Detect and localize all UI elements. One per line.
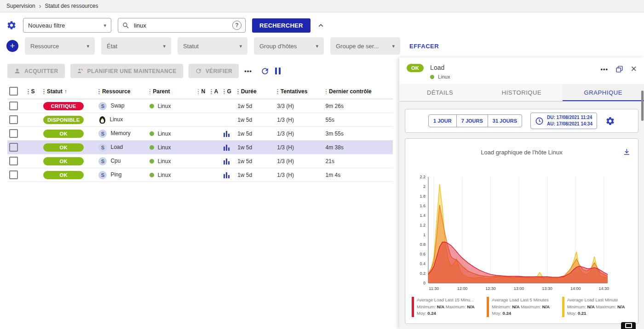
panel-scrollbar[interactable] bbox=[641, 91, 644, 121]
chevron-down-icon: ▾ bbox=[239, 43, 242, 49]
load-chart[interactable]: 00.20.40.60.811.21.41.61.822.211:3012:00… bbox=[409, 172, 634, 294]
column-drag-icon[interactable] bbox=[198, 89, 199, 95]
collapse-filters-chevron-up-icon[interactable] bbox=[317, 22, 325, 29]
search-button[interactable]: RECHERCHER bbox=[252, 18, 310, 33]
criteria-servicegroup-select[interactable]: Groupe de ser... ▾ bbox=[330, 37, 400, 55]
panel-title: Load bbox=[430, 64, 450, 71]
pause-refresh-icon[interactable] bbox=[275, 68, 281, 74]
last-check-value: 9m 26s bbox=[326, 103, 344, 109]
service-icon: S bbox=[98, 171, 107, 179]
graph-icon[interactable] bbox=[224, 159, 230, 164]
resource-name: Linux bbox=[109, 116, 123, 123]
fullscreen-icon[interactable] bbox=[621, 322, 636, 329]
column-drag-icon[interactable] bbox=[277, 89, 278, 95]
column-header[interactable]: N bbox=[196, 84, 209, 99]
service-icon: S bbox=[98, 157, 107, 165]
more-actions-icon[interactable]: ••• bbox=[244, 68, 252, 74]
row-checkbox[interactable] bbox=[9, 143, 18, 152]
column-drag-icon[interactable] bbox=[224, 89, 225, 95]
column-header[interactable]: Durée bbox=[236, 84, 275, 99]
avg-value: 0.24 bbox=[427, 311, 436, 316]
svg-text:11:30: 11:30 bbox=[429, 286, 439, 291]
table-row[interactable]: OKSMemoryLinux1w 5d1/3 (H)3m 55s bbox=[7, 127, 393, 141]
legend-item[interactable]: Average Load Last 5 MinutesMinimum: N/A … bbox=[487, 297, 556, 317]
filter-preset-select[interactable]: Nouveau filtre ▾ bbox=[23, 18, 111, 33]
row-checkbox[interactable] bbox=[9, 170, 18, 179]
table-row[interactable]: OKSPingLinux1w 5d1/3 (H)1m 4s bbox=[7, 168, 393, 182]
column-header[interactable]: S bbox=[26, 84, 41, 99]
refresh-icon[interactable] bbox=[260, 67, 270, 76]
graph-icon[interactable] bbox=[224, 131, 230, 137]
graph-icon[interactable] bbox=[224, 145, 230, 151]
column-drag-icon[interactable] bbox=[237, 89, 239, 95]
breadcrumb-root[interactable]: Supervision bbox=[6, 3, 35, 9]
min-value: N/A bbox=[437, 304, 444, 309]
table-row[interactable]: OKSLoadLinux1w 5d1/3 (H)4m 38s bbox=[7, 141, 393, 154]
maintenance-button[interactable]: PLANIFIER UNE MAINTENANCE bbox=[70, 64, 183, 78]
column-header[interactable]: Ressource bbox=[97, 84, 147, 99]
tab-graph[interactable]: GRAPHIQUE bbox=[563, 84, 644, 101]
column-header[interactable]: Statut↑ bbox=[41, 84, 97, 99]
chevron-down-icon: ▾ bbox=[392, 43, 395, 49]
graph-icon[interactable] bbox=[224, 172, 230, 178]
search-box: ? bbox=[118, 18, 246, 33]
period-picker[interactable]: DU: 17/08/2021 11:24 AU: 17/08/2021 14:3… bbox=[530, 113, 597, 129]
resource-name: Memory bbox=[110, 130, 130, 136]
column-label: Ressource bbox=[102, 88, 130, 95]
criteria-resource-select[interactable]: Ressource ▾ bbox=[25, 37, 95, 55]
row-checkbox[interactable] bbox=[9, 102, 18, 110]
range-7days-button[interactable]: 7 JOURS bbox=[456, 114, 488, 127]
graph-settings-gear-icon[interactable] bbox=[605, 116, 615, 126]
column-header[interactable]: Tentatives bbox=[275, 84, 323, 99]
column-drag-icon[interactable] bbox=[326, 89, 327, 95]
chevron-down-icon: ▾ bbox=[316, 43, 318, 49]
column-drag-icon[interactable] bbox=[28, 89, 29, 95]
breadcrumb-separator-icon: › bbox=[39, 2, 41, 10]
check-button[interactable]: VÉRIFIER bbox=[189, 64, 239, 78]
column-header[interactable]: G bbox=[222, 84, 236, 99]
tab-details[interactable]: DÉTAILS bbox=[399, 84, 481, 101]
column-header[interactable]: Parent bbox=[148, 84, 196, 99]
criteria-label: Statut bbox=[183, 43, 199, 50]
copy-link-icon[interactable] bbox=[615, 65, 623, 73]
resources-list-area: ACQUITTER PLANIFIER UNE MAINTENANCE VÉRI… bbox=[0, 57, 399, 329]
select-all-checkbox[interactable] bbox=[9, 87, 18, 96]
max-label: Maximum: bbox=[446, 304, 466, 309]
criteria-state-select[interactable]: État ▾ bbox=[101, 37, 171, 55]
close-icon[interactable]: × bbox=[631, 64, 637, 74]
legend-item[interactable]: Average Load Last 15 Minu...Minimum: N/A… bbox=[412, 297, 481, 317]
column-drag-icon[interactable] bbox=[98, 89, 100, 95]
criteria-status-select[interactable]: Statut ▾ bbox=[178, 37, 247, 55]
column-header[interactable]: Dernier contrôle bbox=[324, 84, 393, 99]
row-checkbox[interactable] bbox=[9, 157, 18, 165]
column-label: N bbox=[201, 88, 205, 95]
tab-history[interactable]: HISTORIQUE bbox=[481, 84, 562, 101]
clear-filters-button[interactable]: EFFACER bbox=[409, 43, 439, 50]
download-icon[interactable] bbox=[623, 148, 631, 158]
acknowledge-button[interactable]: ACQUITTER bbox=[7, 64, 65, 78]
table-header-row: SStatut↑RessourceParentNAGDuréeTentative… bbox=[7, 84, 393, 99]
help-icon[interactable]: ? bbox=[232, 21, 242, 30]
table-row[interactable]: DISPONIBLELinux1w 5d1/3 (H)55s bbox=[7, 113, 393, 127]
row-checkbox[interactable] bbox=[9, 115, 18, 124]
row-checkbox[interactable] bbox=[9, 129, 18, 138]
range-1day-button[interactable]: 1 JOUR bbox=[428, 114, 457, 127]
period-to: AU: 17/08/2021 14:34 bbox=[547, 121, 592, 127]
add-criteria-button[interactable]: + bbox=[6, 40, 18, 52]
column-drag-icon[interactable] bbox=[150, 89, 151, 95]
panel-header: OK Load Linux ••• × bbox=[399, 57, 644, 84]
column-drag-icon[interactable] bbox=[43, 89, 45, 95]
criteria-hostgroup-select[interactable]: Group d'hôtes ▾ bbox=[254, 37, 324, 55]
chart-title: Load graphique de l'hôte Linux bbox=[409, 149, 634, 156]
table-row[interactable]: OKSCpuLinux1w 5d1/3 (H)21s bbox=[7, 154, 393, 168]
legend-item[interactable]: Average Load Last MinuteMinimum: N/A Max… bbox=[562, 297, 632, 317]
table-row[interactable]: CRITIQUESSwapLinux1w 5d3/3 (H)9m 26s bbox=[7, 99, 393, 113]
column-header[interactable]: A bbox=[209, 84, 222, 99]
column-drag-icon[interactable] bbox=[211, 89, 212, 95]
filter-settings-gear-icon[interactable] bbox=[6, 20, 17, 30]
last-check-value: 1m 4s bbox=[326, 172, 341, 178]
search-input[interactable] bbox=[133, 22, 229, 29]
range-31days-button[interactable]: 31 JOURS bbox=[488, 114, 522, 127]
panel-more-icon[interactable]: ••• bbox=[600, 66, 608, 73]
actions-toolbar: ACQUITTER PLANIFIER UNE MAINTENANCE VÉRI… bbox=[0, 57, 399, 84]
